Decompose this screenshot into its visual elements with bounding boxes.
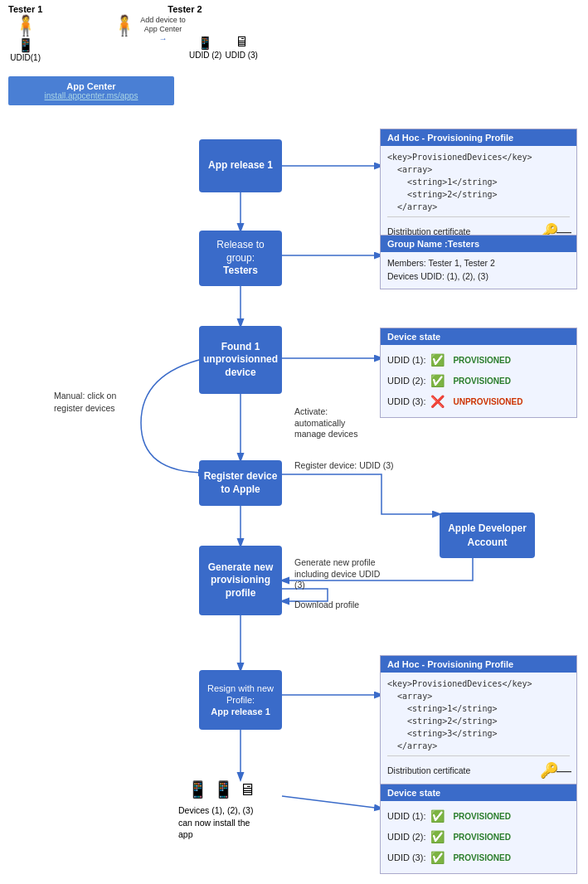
tester-2-name: Tester 2 [168,4,202,14]
tester-2-udid3: UDID (3) [225,51,257,60]
cert-label-2: Distribution certificate [387,765,470,778]
register-line2: to Apple [204,483,278,497]
add-device-label: Add device to App Center [140,16,186,34]
udid2-check-icon: ✅ [430,372,445,390]
app-release-box: App release 1 [199,139,282,192]
udid1-row-2: UDID (1): ✅ PROVISIONED [387,806,570,827]
device-state-1-header: Device state [381,328,576,345]
found-line3: device [203,367,278,380]
device-state-2-header: Device state [381,784,576,801]
app-center-title: App Center [66,81,115,91]
phone-icon-2: 📱 [213,780,234,799]
device-icons: 📱 📱 🖥 [187,780,255,799]
udid2-label: UDID (2): [387,374,425,388]
generate-profile-box: Generate new provisioning profile [199,546,282,615]
udid1-check-icon-2: ✅ [430,808,445,825]
udid2-status-2: PROVISIONED [450,830,513,844]
apple-dev-line1: Apple Developer [448,522,527,536]
app-release-label: App release 1 [208,159,273,172]
found-line1: Found 1 [203,341,278,354]
group-members: Members: Tester 1, Tester 2 [387,257,570,270]
monitor-icon: 🖥 [239,780,255,799]
group-devices: Devices UDID: (1), (2), (3) [387,270,570,284]
udid1-label-2: UDID (1): [387,809,425,823]
tester-2-person-icon: 🧍 [112,14,137,37]
tester-2-monitor-icon: 🖥 [235,34,249,51]
release-line2: group: [216,252,264,265]
tester-1-person-icon: 🧍 [13,14,38,37]
arrow-right-icon: → [159,34,168,43]
udid1-status: PROVISIONED [450,353,513,367]
udid3-check-icon-2: ✅ [430,849,445,867]
diagram-container: Tester 1 🧍 📱 UDID(1) Tester 2 🧍 Add devi… [0,0,588,884]
register-line1: Register device [204,470,278,483]
tester-1-name: Tester 1 [8,4,42,14]
gen-line2: provisioning [208,574,274,587]
tester-1-udid: UDID(1) [10,53,41,62]
svg-line-9 [282,796,381,809]
tester-1-label: Tester 1 🧍 📱 UDID(1) [8,4,42,62]
provisioning-code-2: <key>ProvisionedDevices</key> <array> <s… [387,678,570,752]
tester-2-udid2: UDID (2) [189,51,221,60]
apple-dev-box: Apple Developer Account [440,512,535,558]
udid2-row-2: UDID (2): ✅ PROVISIONED [387,827,570,848]
generate-profile-label: Generate new profileincluding device UDI… [294,557,386,591]
resign-box: Resign with new Profile: App release 1 [199,670,282,730]
group-panel: Group Name :Testers Members: Tester 1, T… [380,235,577,289]
devices-label-text: Devices (1), (2), (3)can now install the… [178,805,253,839]
resign-line3: App release 1 [207,706,274,717]
provisioning-panel-2: Ad Hoc - Provisioning Profile <key>Provi… [380,655,577,788]
group-panel-header: Group Name :Testers [381,236,576,252]
release-group-box: Release to group: Testers [199,231,282,286]
udid3-label-2: UDID (3): [387,851,425,865]
udid1-status-2: PROVISIONED [450,809,513,823]
device-state-panel-1: Device state UDID (1): ✅ PROVISIONED UDI… [380,328,577,418]
manual-label: Manual: click onregister devices [54,390,116,414]
udid3-row: UDID (3): ❌ UNPROVISIONED [387,391,570,412]
udid3-label: UDID (3): [387,395,425,409]
provisioning-panel-2-header: Ad Hoc - Provisioning Profile [381,656,576,673]
provisioning-panel-1-header: Ad Hoc - Provisioning Profile [381,129,576,146]
udid3-x-icon: ❌ [430,393,445,410]
provisioning-panel-1: Ad Hoc - Provisioning Profile <key>Provi… [380,129,577,249]
app-center-link[interactable]: install.appcenter.ms/apps [18,91,164,100]
app-center-box: App Center install.appcenter.ms/apps [8,76,174,105]
tester-2-phone-icon: 📱 [197,36,213,51]
resign-line1: Resign with new [207,682,274,694]
found-line2: unprovisionned [203,353,278,367]
register-device-box: Register device to Apple [199,460,282,506]
found-device-box: Found 1 unprovisionned device [199,326,282,394]
udid1-row: UDID (1): ✅ PROVISIONED [387,350,570,371]
key-icon-2: 🔑— [540,760,570,782]
register-device-label: Register device: UDID (3) [294,460,394,470]
device-state-panel-2: Device state UDID (1): ✅ PROVISIONED UDI… [380,784,577,874]
devices-install-label: Devices (1), (2), (3)can now install the… [178,804,253,841]
gen-line1: Generate new [208,561,274,575]
udid2-status: PROVISIONED [450,374,513,388]
udid3-row-2: UDID (3): ✅ PROVISIONED [387,848,570,868]
resign-line2: Profile: [207,694,274,706]
release-line3: Testers [216,265,264,278]
udid2-check-icon-2: ✅ [430,828,445,846]
provisioning-code-1: <key>ProvisionedDevices</key> <array> <s… [387,151,570,213]
tester-2-group: Tester 2 🧍 Add device to App Center → 📱 … [112,4,258,60]
phone-icon-1: 📱 [187,780,208,799]
udid1-check-icon: ✅ [430,352,445,369]
gen-line3: profile [208,587,274,600]
udid3-status-2: PROVISIONED [450,851,513,865]
apple-dev-line2: Account [448,536,527,550]
tester-1-phone-icon: 📱 [17,37,34,53]
udid2-row: UDID (2): ✅ PROVISIONED [387,371,570,391]
udid1-label: UDID (1): [387,353,425,367]
udid3-status: UNPROVISIONED [450,395,526,409]
activate-label: Activate:automaticallymanage devices [294,406,357,440]
download-profile-label: Download profile [294,600,359,610]
release-line1: Release to [216,239,264,252]
udid2-label-2: UDID (2): [387,830,425,844]
